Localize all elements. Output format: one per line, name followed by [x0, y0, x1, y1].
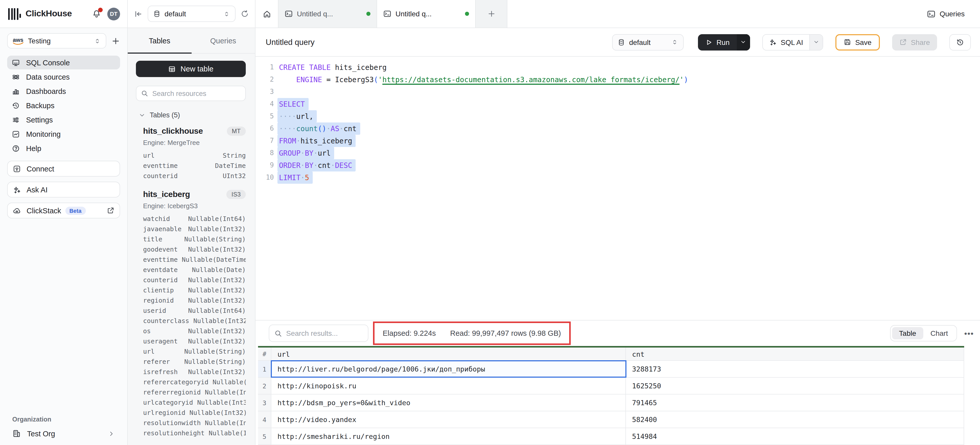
queries-button[interactable]: Queries: [922, 6, 970, 21]
clickstack-button[interactable]: ClickStack Beta: [7, 203, 120, 219]
aws-logo-icon: aws: [13, 37, 24, 45]
selection-highlight: FROM·hits_iceberg: [277, 135, 356, 147]
code-line[interactable]: 10LIMIT·5: [256, 171, 980, 184]
cell-url[interactable]: http://kinopoisk.ru: [271, 378, 626, 394]
chevron-down-icon: [139, 112, 145, 118]
results-search[interactable]: [269, 325, 368, 342]
cell-url[interactable]: http://video.yandex: [271, 411, 626, 428]
query-tab-2[interactable]: Untitled q...: [377, 0, 476, 28]
results-more-menu[interactable]: •••: [964, 329, 974, 337]
run-options-dropdown[interactable]: [737, 34, 750, 50]
column-type: String: [223, 152, 246, 162]
table-engine-badge: MT: [227, 127, 246, 136]
service-selector[interactable]: aws Testing: [7, 33, 106, 49]
new-table-button[interactable]: New table: [136, 61, 246, 77]
sql-ai-button[interactable]: SQL AI: [762, 34, 823, 50]
column-header-index[interactable]: #: [258, 348, 271, 360]
selection-highlight: ····count()·AS·cnt: [277, 122, 360, 135]
connect-button[interactable]: Connect: [7, 161, 120, 177]
sidebar-item-backups[interactable]: Backups: [7, 98, 120, 112]
share-button[interactable]: Share: [892, 34, 937, 50]
new-tab-button[interactable]: [476, 0, 508, 28]
read-stat: Read: 99,997,497 rows (9.98 GB): [450, 329, 561, 337]
code-line[interactable]: 1CREATE TABLE hits_iceberg: [256, 61, 980, 73]
cell-cnt[interactable]: 3288173: [626, 361, 964, 377]
column-type: Nullable(Int32): [193, 317, 246, 327]
column-type: Nullable(Int32): [188, 276, 246, 286]
cell-url[interactable]: http://liver.ru/belgorod/page/1006.jки/д…: [271, 361, 626, 377]
table-row[interactable]: 4http://video.yandex582400: [258, 411, 964, 428]
column-header-url[interactable]: url: [271, 348, 626, 360]
terminal-icon: [927, 10, 935, 18]
sidebar-item-monitoring[interactable]: Monitoring: [7, 127, 120, 141]
add-service-icon[interactable]: [111, 36, 120, 45]
sql-editor[interactable]: 1CREATE TABLE hits_iceberg2 ENGINE = Ice…: [256, 57, 980, 320]
table-entry[interactable]: hits_icebergIS3Engine: IcebergS3watchidN…: [136, 190, 246, 439]
editor-database-selector[interactable]: default: [612, 34, 684, 50]
sidebar-item-data-sources[interactable]: Data sources: [7, 70, 120, 84]
column-name: refererregionid: [143, 388, 201, 399]
chevron-down-icon: [741, 39, 746, 45]
sidebar-item-dashboards[interactable]: Dashboards: [7, 84, 120, 98]
settings-icon: [12, 116, 20, 124]
results-search-input[interactable]: [286, 329, 363, 337]
line-number: 6: [256, 122, 274, 135]
cell-cnt[interactable]: 791465: [626, 394, 964, 411]
table-row[interactable]: 5http://smeshariki.ru/region514984: [258, 428, 964, 445]
code-line[interactable]: 4SELECT: [256, 98, 980, 110]
column-header-cnt[interactable]: cnt: [626, 348, 964, 360]
share-icon: [899, 38, 907, 46]
sidebar-item-settings[interactable]: Settings: [7, 113, 120, 127]
column-row: eventtimeNullable(DateTime6: [143, 256, 246, 266]
panel-tab-queries[interactable]: Queries: [191, 28, 255, 53]
view-toggle-table[interactable]: Table: [892, 327, 923, 339]
table-entry[interactable]: hits_clickhouseMTEngine: MergeTreeurlStr…: [136, 127, 246, 182]
refresh-icon[interactable]: [241, 10, 249, 18]
ask-ai-button[interactable]: Ask AI: [7, 182, 120, 198]
resources-search[interactable]: [136, 86, 246, 101]
table-row[interactable]: 1http://liver.ru/belgorod/page/1006.jки/…: [258, 361, 964, 378]
code-line[interactable]: 7FROM·hits_iceberg: [256, 135, 980, 147]
code-line[interactable]: 5····url,: [256, 110, 980, 122]
sql-ai-dropdown[interactable]: [809, 35, 822, 50]
home-tab[interactable]: [256, 0, 278, 28]
query-tab-1[interactable]: Untitled q...: [278, 0, 377, 28]
sidebar-item-sql-console[interactable]: SQL Console: [7, 55, 120, 70]
selection-highlight: LIMIT·5: [277, 171, 313, 184]
selection-highlight: GROUP·BY·url: [277, 147, 334, 159]
panel-tab-tables[interactable]: Tables: [128, 28, 191, 53]
sidebar-item-help[interactable]: Help: [7, 141, 120, 155]
table-row[interactable]: 2http://kinopoisk.ru1625250: [258, 378, 964, 394]
avatar[interactable]: DT: [107, 7, 120, 20]
code-line[interactable]: 8GROUP·BY·url: [256, 147, 980, 159]
tables-section-header[interactable]: Tables (5): [139, 111, 246, 119]
table-row[interactable]: 3http://bdsm_po_yers=0&with_video791465: [258, 394, 964, 411]
code-line[interactable]: 2 ENGINE = IcebergS3('https://datasets-d…: [256, 73, 980, 86]
code-line[interactable]: 6····count()·AS·cnt: [256, 122, 980, 135]
collapse-sidebar-icon[interactable]: [134, 10, 143, 18]
code-lines: 1CREATE TABLE hits_iceberg2 ENGINE = Ice…: [256, 61, 980, 184]
sidebar-item-label: Monitoring: [26, 130, 60, 138]
cell-cnt[interactable]: 514984: [626, 428, 964, 445]
view-toggle-chart[interactable]: Chart: [923, 327, 955, 339]
cell-url[interactable]: http://smeshariki.ru/region: [271, 428, 626, 445]
connect-icon: [13, 165, 21, 173]
column-row: counterclassNullable(Int32): [143, 317, 246, 327]
cell-cnt[interactable]: 582400: [626, 411, 964, 428]
code-line[interactable]: 9ORDER·BY·cnt·DESC: [256, 159, 980, 171]
column-name: os: [143, 327, 151, 337]
code-line[interactable]: 3: [256, 86, 980, 98]
cell-cnt[interactable]: 1625250: [626, 378, 964, 394]
run-button[interactable]: Run: [698, 34, 750, 50]
row-index: 5: [258, 428, 271, 445]
query-history-button[interactable]: [949, 34, 971, 50]
resources-search-input[interactable]: [152, 90, 241, 97]
query-title[interactable]: Untitled query: [266, 38, 607, 47]
save-button[interactable]: Save: [835, 34, 880, 50]
column-name: urlregionid: [143, 409, 186, 419]
database-selector[interactable]: default: [148, 6, 235, 22]
notifications-bell-icon[interactable]: [91, 8, 102, 19]
cell-url[interactable]: http://bdsm_po_yers=0&with_video: [271, 394, 626, 411]
organization-item[interactable]: Test Org: [7, 429, 120, 438]
line-number: 8: [256, 147, 274, 159]
